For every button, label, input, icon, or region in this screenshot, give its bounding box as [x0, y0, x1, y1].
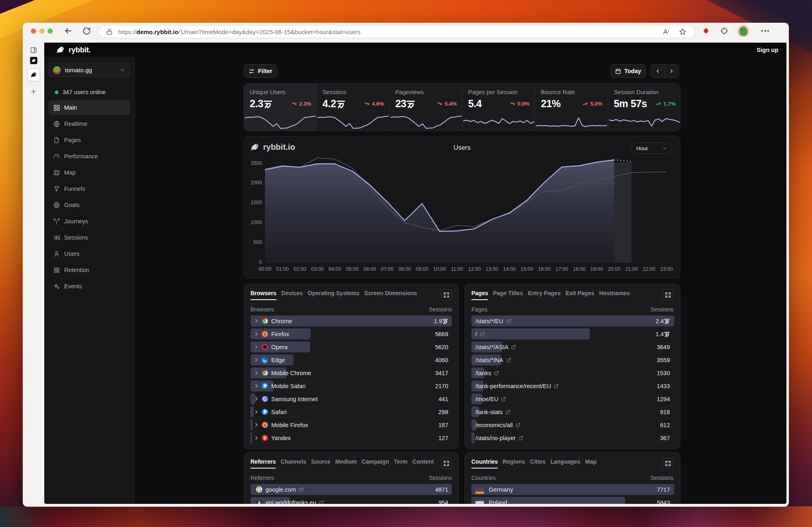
- svg-text:06:00: 06:00: [363, 266, 376, 272]
- svg-text:05:00: 05:00: [346, 266, 358, 272]
- svg-text:2000: 2000: [251, 180, 262, 186]
- svg-text:21:00: 21:00: [625, 266, 638, 272]
- svg-text:08:00: 08:00: [398, 266, 411, 272]
- svg-text:16:00: 16:00: [538, 266, 551, 272]
- svg-text:1000: 1000: [251, 220, 262, 225]
- svg-text:18:00: 18:00: [573, 266, 585, 272]
- svg-text:1500: 1500: [251, 200, 262, 205]
- svg-text:01:00: 01:00: [276, 266, 289, 272]
- svg-text:14:00: 14:00: [503, 266, 516, 272]
- svg-text:10:00: 10:00: [433, 266, 446, 272]
- svg-text:0: 0: [259, 259, 262, 265]
- svg-text:20:00: 20:00: [608, 266, 620, 272]
- svg-text:02:00: 02:00: [294, 266, 306, 272]
- svg-text:2500: 2500: [251, 160, 262, 166]
- svg-text:13:00: 13:00: [486, 266, 498, 272]
- svg-text:22:00: 22:00: [643, 266, 655, 272]
- svg-text:500: 500: [253, 240, 262, 245]
- svg-text:04:00: 04:00: [328, 266, 341, 272]
- svg-text:19:00: 19:00: [590, 266, 603, 272]
- svg-text:00:00: 00:00: [259, 266, 271, 272]
- svg-text:03:00: 03:00: [311, 266, 324, 272]
- svg-text:07:00: 07:00: [381, 266, 393, 272]
- svg-text:09:00: 09:00: [416, 266, 428, 272]
- svg-text:12:00: 12:00: [468, 266, 481, 272]
- svg-text:17:00: 17:00: [555, 266, 568, 272]
- svg-text:23:00: 23:00: [660, 266, 673, 272]
- svg-text:15:00: 15:00: [520, 266, 533, 272]
- svg-text:11:00: 11:00: [451, 266, 463, 272]
